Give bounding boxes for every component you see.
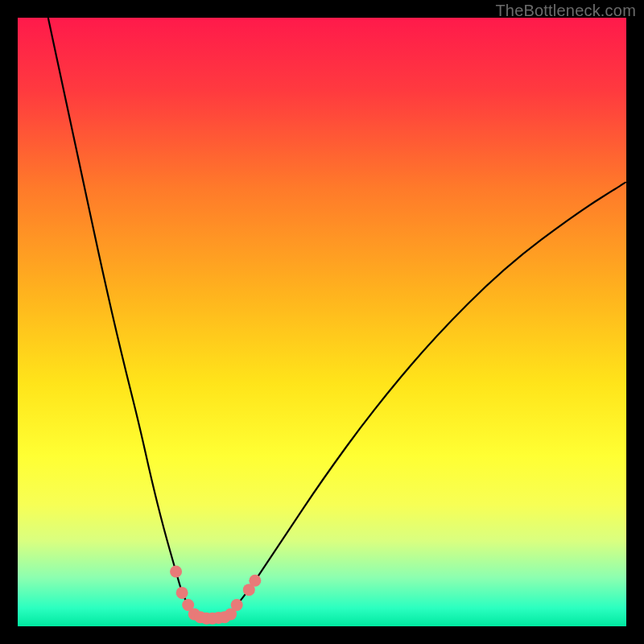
highlight-dot bbox=[170, 565, 182, 577]
highlight-dot bbox=[231, 599, 243, 611]
chart-frame bbox=[18, 18, 626, 626]
gradient-background bbox=[18, 18, 626, 626]
chart-svg bbox=[18, 18, 626, 626]
highlight-dot bbox=[249, 575, 261, 587]
highlight-dot bbox=[176, 587, 188, 599]
watermark-text: TheBottleneck.com bbox=[495, 2, 636, 20]
